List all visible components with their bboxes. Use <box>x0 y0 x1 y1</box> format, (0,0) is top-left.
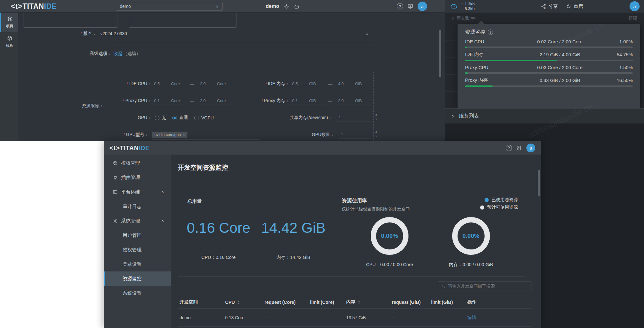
proxy-mem-max-input[interactable]: 2.0GiB <box>336 97 371 105</box>
cell-limit-gib: -- <box>429 327 465 328</box>
sort-icon[interactable]: ▲▼ <box>358 300 360 304</box>
ide-cpu-min-input[interactable]: 0.5Core <box>152 80 187 88</box>
stepper-arrows[interactable]: ∧∨ <box>375 113 377 121</box>
label-text: GPU型号： <box>126 132 149 137</box>
gauge-icon[interactable] <box>294 3 300 9</box>
sidebar-item-system-settings[interactable]: 系统设置 <box>104 286 171 300</box>
cell-request-core: -- <box>263 327 308 328</box>
collapse-toggle-link[interactable]: 收起 <box>114 51 122 57</box>
sidebar-item-system-mgmt[interactable]: 系统管理 ∧ <box>104 214 171 228</box>
donut-caption: CPU：0.00 / 0.00 Core <box>366 262 413 268</box>
cell-cpu: 0.13 Core <box>223 309 263 327</box>
restart-button[interactable]: 重启 <box>566 3 583 9</box>
ide-mem-min-input[interactable]: 0.5GiB <box>290 80 325 88</box>
proxy-cpu-label: *Proxy CPU： <box>108 98 152 104</box>
search-icon <box>441 284 446 288</box>
chevron-down-icon: ∨ <box>451 16 454 20</box>
ide-mem-max-input[interactable]: 4.0GiB <box>336 80 371 88</box>
download-arrow-icon: ↓ <box>461 6 463 11</box>
chevron-up-icon: ∧ <box>161 219 164 223</box>
shared-memory-label: 共享内存(/dev/shm)： <box>263 115 332 121</box>
avatar[interactable]: a <box>526 144 535 152</box>
power-icon <box>566 4 571 9</box>
sidebar-item-label: 模板 <box>6 43 14 48</box>
service-list-toggle[interactable]: > 服务列表 <box>445 108 644 123</box>
gpu-count-input[interactable]: 1 ∧∨ <box>338 131 371 139</box>
close-icon[interactable]: × <box>183 133 185 137</box>
ide-cpu-max-input[interactable]: 2.0Core <box>197 80 233 88</box>
ide-cpu-label: *IDE CPU： <box>108 81 152 87</box>
cell-limit-gib: -- <box>429 309 465 327</box>
metric-percent: 54.75% <box>608 52 633 57</box>
sort-icon[interactable]: ▲▼ <box>237 300 240 304</box>
sidebar-item-projects[interactable]: 项目 <box>0 13 18 32</box>
proxy-cpu-min-input[interactable]: 0.1Core <box>152 97 187 105</box>
metric-value: 0.02 Core / 2.00 Core <box>512 39 608 44</box>
sidebar-item-license-mgmt[interactable]: 授权管理 <box>104 243 171 257</box>
scrollbar-thumb[interactable] <box>538 170 540 196</box>
value: 2.0 <box>336 98 355 103</box>
workspace-title: demo <box>266 3 279 9</box>
progress-bar <box>465 46 633 48</box>
metric-label: IDE CPU <box>465 39 512 44</box>
cell-request-core: -- <box>263 309 308 327</box>
avatar[interactable]: a <box>418 2 427 11</box>
layers-icon[interactable] <box>516 145 522 151</box>
gpu-radio-passthrough[interactable]: 直通 <box>172 115 188 121</box>
version-label: *版本： <box>18 31 97 36</box>
sidebar-item-audit-log[interactable]: 审计日志 <box>104 199 171 214</box>
admin-sidebar: 模板管理 插件管理 平台运维 ∧ 审计日志 <box>104 155 171 328</box>
scrollbar-thumb[interactable] <box>439 30 441 77</box>
sidebar-item-template-mgmt[interactable]: 模板管理 <box>104 156 171 170</box>
gpu-radio-vgpu[interactable]: VGPU <box>194 115 214 120</box>
sidebar-item-user-mgmt[interactable]: 用户管理 <box>104 228 171 243</box>
titanide-logo: <t>TITANIDE <box>109 144 150 152</box>
logo-titan: TITAN <box>23 2 44 11</box>
assistant-panel-header: ↑1.3kb ↓6.3kb 分享 重启 a <box>445 0 644 13</box>
help-icon[interactable]: ? <box>506 145 512 151</box>
radio-label: 无 <box>162 115 166 121</box>
card-title: 总用量 <box>181 198 331 204</box>
legend-item-used: 已使用总资源 <box>480 197 518 203</box>
value: 1 <box>336 115 341 120</box>
gauge-icon[interactable] <box>450 2 458 10</box>
popup-title: 资源监控 <box>465 29 485 36</box>
tag-text: nvidia.com/gpu <box>154 133 181 137</box>
gear-icon[interactable] <box>284 3 289 9</box>
avatar[interactable]: a <box>630 1 640 11</box>
proxy-mem-min-input[interactable]: 0.1GiB <box>290 97 325 105</box>
monitor-settings-icon[interactable] <box>407 3 414 9</box>
proxy-cpu-max-input[interactable]: 2.0Core <box>197 97 233 105</box>
metric-value: 2.19 GiB / 4.00 GiB <box>512 52 608 57</box>
stepper-arrows[interactable]: ∧∨ <box>375 130 377 138</box>
shared-memory-input[interactable]: 1 ∧∨ <box>336 114 371 122</box>
sidebar-item-templates[interactable]: 模板 <box>0 32 18 52</box>
upload-rate: 1.3kb <box>465 2 475 6</box>
col-cpu[interactable]: CPU▲▼ <box>223 296 263 309</box>
page-title: 开发空间资源监控 <box>178 163 228 172</box>
gpu-radio-none[interactable]: 无 <box>155 115 166 121</box>
version-select-value[interactable]: v2024.2.0330 <box>100 31 127 36</box>
col-mem[interactable]: 内存▲▼ <box>344 296 390 309</box>
help-icon[interactable]: ? <box>397 3 403 9</box>
sidebar-item-platform-ops[interactable]: 平台运维 ∧ <box>104 185 171 199</box>
sidebar-item-login-settings[interactable]: 登录设置 <box>104 257 171 271</box>
project-select[interactable]: demo ∨ <box>116 2 223 11</box>
label-text: IDE CPU： <box>129 81 152 86</box>
sidebar-item-plugin-mgmt[interactable]: 插件管理 <box>104 170 171 185</box>
sidebar-item-resource-monitor[interactable]: 资源监控 <box>104 271 171 286</box>
gpu-model-input[interactable]: nvidia.com/gpu× <box>152 130 260 139</box>
step-down-icon: ∨ <box>375 117 377 121</box>
unit: GiB <box>309 98 325 103</box>
workspace-search-input[interactable]: 请输入开发空间回车搜索 <box>438 282 531 291</box>
share-button[interactable]: 分享 <box>541 3 558 9</box>
label-text: Proxy CPU： <box>125 98 152 103</box>
sidebar-item-label: 授权管理 <box>123 247 142 253</box>
hidden-list-rows <box>445 24 458 109</box>
fg-topbar-icons: ? a <box>506 144 535 152</box>
gpu-model-tag[interactable]: nvidia.com/gpu× <box>152 132 187 138</box>
edit-link[interactable]: 编辑 <box>467 315 476 320</box>
cell-limit-core: -- <box>308 309 344 327</box>
help-icon[interactable]: ? <box>488 30 493 35</box>
cell-mem: 13.57 GiB <box>344 309 390 327</box>
